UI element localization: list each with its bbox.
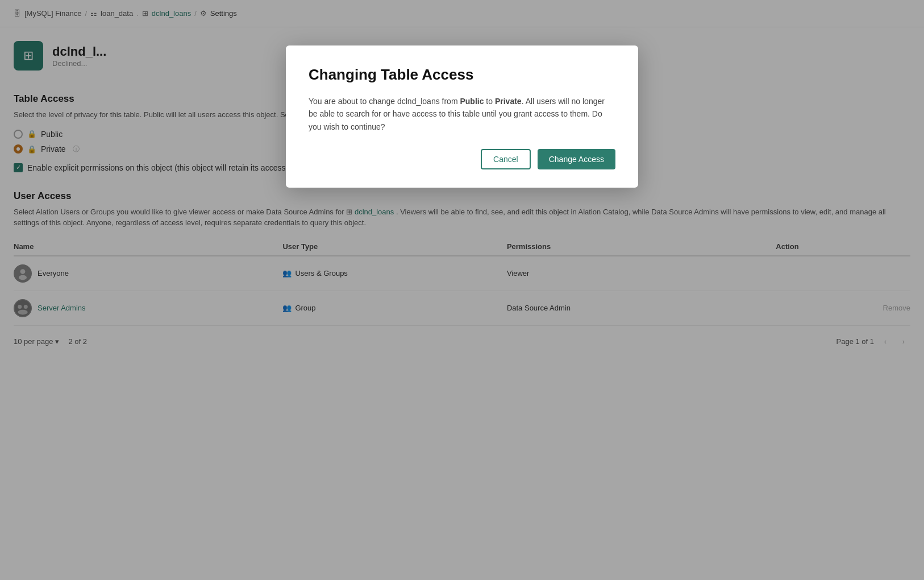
- change-access-button[interactable]: Change Access: [538, 149, 615, 169]
- cancel-button[interactable]: Cancel: [481, 149, 531, 169]
- modal-body: You are about to change dclnd_loans from…: [309, 95, 615, 133]
- modal-actions: Cancel Change Access: [309, 149, 615, 169]
- modal-to-label: to: [484, 97, 494, 106]
- modal-title: Changing Table Access: [309, 66, 615, 84]
- modal-to-access: Private: [495, 97, 522, 106]
- modal-from-access: Public: [460, 97, 484, 106]
- modal-overlay: Changing Table Access You are about to c…: [0, 0, 924, 580]
- modal-dialog: Changing Table Access You are about to c…: [286, 45, 638, 188]
- modal-body-prefix: You are about to change dclnd_loans from: [309, 97, 460, 106]
